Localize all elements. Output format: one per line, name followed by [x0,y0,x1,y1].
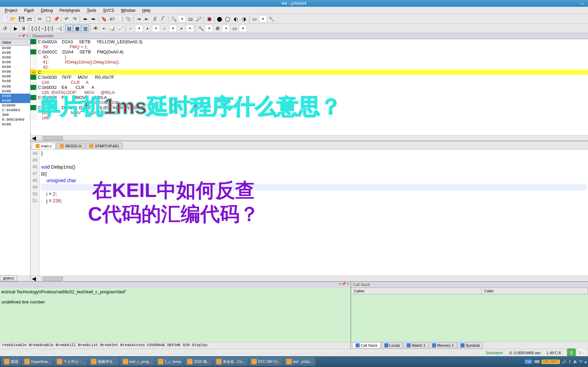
close-icon[interactable]: ✕ [346,282,349,288]
code-line[interactable]: void Delay1ms() [41,164,587,170]
taskbar-item[interactable]: 算器 [1,357,21,366]
register-value[interactable]: 0.00019450 [0,117,30,122]
register-value[interactable]: 0x08 [0,94,30,98]
register-value[interactable]: 0x00 [0,60,30,65]
view-dd[interactable]: ▾ [239,25,247,32]
register-value[interactable]: 0x00 [0,122,30,127]
bookmark4-icon[interactable]: 📎 [125,15,132,23]
ime-mode[interactable]: 五ノ [577,348,586,357]
cov-icon[interactable]: ▪ [144,25,151,32]
taskbar-item[interactable]: 1_c_temp [155,357,184,366]
bottom-tab[interactable]: Locals [381,342,403,348]
regs-icon[interactable]: ▦ [73,25,81,32]
menu-peripherals[interactable]: Peripherals [56,7,84,14]
runto-icon[interactable]: →| [55,25,62,32]
disasm-line[interactable]: C:0x0030 787F MOV R0,#0x7F [30,75,588,80]
bottom-tab[interactable]: Symbols [457,342,483,348]
la-dd[interactable]: ▾ [135,25,143,32]
trace-icon[interactable]: 📈 [116,25,124,32]
register-value[interactable]: 0x00 [0,55,30,60]
bottom-tab[interactable]: Memory 1 [429,342,457,348]
bp4-icon[interactable]: ◑ [240,15,248,23]
stepover-icon[interactable]: {→} [39,25,46,32]
reset-icon[interactable]: ↺ [1,25,9,32]
serial-icon[interactable]: ▪ [100,25,108,32]
cov-dd[interactable]: ▾ [152,25,160,32]
fwd-icon[interactable]: ➡ [90,15,97,23]
register-value[interactable]: 0x00 [0,50,30,55]
tray-kb-icon[interactable]: ⌨ [534,360,540,364]
saveall-icon[interactable]: 🗃 [26,15,33,23]
bookmark-icon[interactable]: 🔖 [100,15,108,23]
perf-dd[interactable]: ▾ [169,25,177,32]
bp3-icon[interactable]: ◐ [232,15,240,23]
menu-help[interactable]: Help [139,7,154,14]
stepout-icon[interactable]: {↑} [47,25,54,32]
disasm-line[interactable]: C:0x0032 E4 CLR A [30,85,588,90]
editor-tab[interactable]: STARTUP.A51 [86,143,123,149]
tray-bt-icon[interactable]: ᛒ [569,360,571,364]
breakpoint-icon[interactable]: ⬤ [216,15,223,23]
taskbar-item[interactable]: HyperSna... [22,357,53,366]
disasm-scrollbar[interactable]: ◀ [30,135,588,141]
register-value[interactable]: 0x00 [0,84,30,89]
debug-icon[interactable]: 🐞 [205,15,213,23]
tray-lang-icon[interactable]: CH [525,359,532,364]
paste-icon[interactable]: 📌 [52,15,60,23]
taskbar-item[interactable]: keil_c_prog... [120,357,154,366]
disasm-line[interactable]: C:0x002A D2A3 SETB YELLOW_LED(0xA0.3) [30,39,588,44]
taskbar-item[interactable]: 视频评论 ... [88,357,119,366]
open-icon[interactable]: 📂 [9,15,17,23]
register-value[interactable]: 0x00 [0,89,30,94]
register-value[interactable]: C:0x0003 [0,108,30,113]
comment-icon[interactable]: // [151,15,159,23]
find-dropdown[interactable]: ▾ [178,15,186,23]
register-value[interactable]: 0x00 [0,65,30,69]
menu-flash[interactable]: Flash [21,7,37,14]
editor-scrollbar[interactable]: ◀ [30,276,588,281]
bookmark3-icon[interactable]: 📑 [116,15,124,23]
menu-debug[interactable]: Debug [38,7,56,14]
disasm-line[interactable]: 42: [30,65,588,70]
disasm-line[interactable]: 40: } [30,54,588,59]
tray-net-icon[interactable]: 🖧 [573,360,577,364]
view-icon[interactable]: ▭ [231,25,238,32]
perf-icon[interactable]: ▫ [161,25,168,32]
analysis-icon[interactable]: 📊 [108,25,116,32]
pin-icon[interactable]: ▾ [339,282,341,288]
redo-icon[interactable]: ↷ [71,15,78,23]
code-line[interactable] [41,157,587,164]
register-value[interactable]: 0x00 [0,79,30,83]
taskbar-item[interactable]: STC-ISP (V... [249,357,283,366]
uncomment-icon[interactable]: /‾ [159,15,167,23]
watch-icon[interactable]: 👁 [92,25,99,32]
bottom-tab[interactable]: Call Stack [353,342,381,348]
stepin-icon[interactable]: {↓} [30,25,38,32]
register-value[interactable]: 0x00 [0,74,30,79]
disasm-line[interactable]: ⇨C: [30,70,588,75]
cfg-dd[interactable]: ▾ [205,25,213,32]
undo-icon[interactable]: ↶ [63,15,70,23]
register-value[interactable]: 0x0000 [0,103,30,108]
sym-icon[interactable]: ▪ [178,25,185,32]
cut-icon[interactable]: ✂ [36,15,44,23]
incsearch-icon[interactable]: 🔎 [195,15,202,23]
disasm-line[interactable]: C:0x002C D2A4 SETB FMQ(0xA0.4) [30,49,588,54]
findfiles-icon[interactable]: 🗂 [187,15,194,23]
bottom-tab[interactable]: Watch 1 [404,342,428,348]
tools-icon[interactable]: 🔧 [268,15,275,23]
indent-icon[interactable]: ⇥ [135,15,142,23]
taskbar-item[interactable]: 未命名 - Co... [213,357,248,366]
register-value[interactable]: 0x00 [0,69,30,74]
find-icon[interactable]: 🔍 [170,15,177,23]
opt-icon[interactable]: ⚙ [214,25,221,32]
mem-icon[interactable]: ▥ [82,25,89,32]
pushpin-icon[interactable]: 📌 [342,282,346,288]
run-icon[interactable]: ▶ [12,25,19,32]
register-value[interactable]: 389 [0,113,30,117]
disasm-line[interactable]: 39: FMQ = 1; [30,44,588,49]
registers-tab[interactable]: gisters [0,275,17,281]
taskbar-item[interactable]: 个人中心 - ... [54,357,88,366]
opt-dd[interactable]: ▾ [222,25,230,32]
cfg-icon[interactable]: 🔨 [197,25,204,32]
